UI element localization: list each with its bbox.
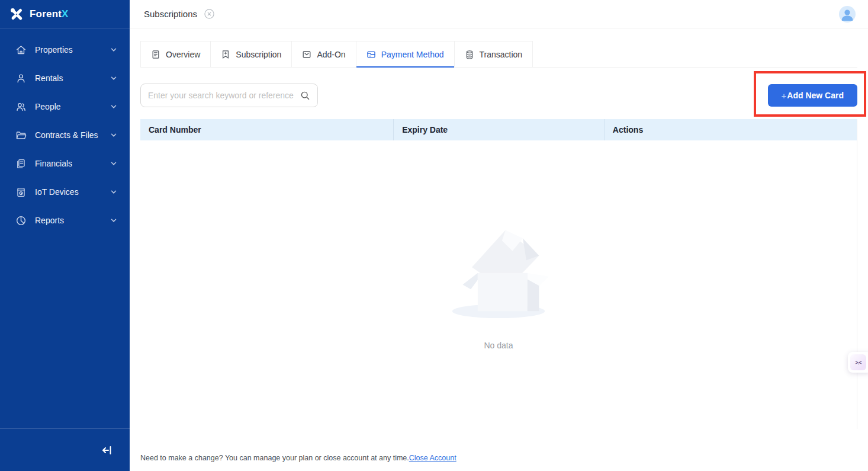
page-title: Subscriptions: [144, 9, 197, 19]
feedback-widget-button[interactable]: >.<: [848, 352, 868, 373]
nav-label: Rentals: [35, 73, 110, 83]
column-header-expiry-date: Expiry Date: [393, 119, 604, 140]
chevron-down-icon: [110, 159, 118, 168]
chevron-down-icon: [110, 188, 118, 196]
iot-device-icon: [15, 187, 27, 198]
tab-label: Transaction: [480, 50, 523, 59]
tab-subscription[interactable]: Subscription: [211, 41, 292, 67]
top-bar: Subscriptions: [130, 0, 868, 28]
search-input[interactable]: [148, 91, 300, 100]
nav-label: Reports: [35, 216, 110, 225]
nav-label: People: [35, 102, 110, 111]
file-text-icon: [151, 50, 160, 59]
tab-payment-method[interactable]: Payment Method: [356, 41, 455, 67]
sidebar-item-contracts-files[interactable]: Contracts & Files: [0, 121, 130, 149]
add-button-label: Add New Card: [787, 91, 844, 100]
tab-label: Add-On: [317, 50, 345, 59]
plan-footer: Need to make a change? You can manage yo…: [140, 454, 857, 462]
user-avatar[interactable]: [839, 6, 856, 23]
tab-overview[interactable]: Overview: [140, 41, 211, 67]
logo: ForentX: [0, 0, 130, 28]
chevron-down-icon: [110, 216, 118, 225]
column-header-card-number: Card Number: [140, 119, 393, 140]
tab-label: Payment Method: [381, 50, 444, 59]
sidebar-item-iot-devices[interactable]: IoT Devices: [0, 178, 130, 206]
bookmark-plus-icon: [221, 50, 230, 59]
mail-icon: [302, 50, 311, 59]
people-icon: [15, 101, 27, 113]
footer-text: Need to make a change? You can manage yo…: [140, 454, 409, 462]
tab-label: Overview: [166, 50, 200, 59]
table-empty-state: No data: [140, 140, 857, 429]
payment-card-icon: [367, 50, 376, 59]
search-box: [140, 84, 318, 107]
person-icon: [15, 73, 27, 84]
home-icon: [15, 44, 27, 56]
cards-table: Card Number Expiry Date Actions No data: [140, 119, 857, 429]
toolbar: +Add New Card: [140, 84, 857, 107]
tab-transaction[interactable]: Transaction: [455, 41, 533, 67]
nav-label: Properties: [35, 45, 110, 55]
add-card-wrap: +Add New Card: [768, 84, 857, 107]
sidebar-item-financials[interactable]: Financials: [0, 149, 130, 178]
close-tab-icon[interactable]: [204, 9, 214, 19]
collapse-sidebar-icon[interactable]: [101, 444, 114, 457]
column-header-actions: Actions: [604, 119, 857, 140]
chevron-down-icon: [110, 74, 118, 82]
sidebar-footer: [0, 428, 130, 471]
add-new-card-button[interactable]: +Add New Card: [768, 84, 857, 107]
kaomoji-face-icon: >.<: [850, 354, 866, 370]
pie-chart-icon: [15, 215, 27, 226]
content: Overview Subscription: [130, 28, 868, 471]
close-account-link[interactable]: Close Account: [409, 454, 456, 462]
tab-add-on[interactable]: Add-On: [292, 41, 356, 67]
sidebar-nav: Properties Rentals People: [0, 28, 130, 428]
tab-label: Subscription: [236, 50, 281, 59]
main-area: Subscriptions: [130, 0, 868, 471]
folder-icon: [15, 130, 27, 141]
no-data-text: No data: [484, 341, 513, 350]
coins-icon: [465, 50, 474, 59]
sidebar-item-properties[interactable]: Properties: [0, 36, 130, 64]
logo-text: ForentX: [30, 8, 69, 20]
search-icon[interactable]: [300, 91, 310, 101]
sidebar-item-people[interactable]: People: [0, 92, 130, 121]
sidebar-item-rentals[interactable]: Rentals: [0, 64, 130, 92]
chevron-down-icon: [110, 102, 118, 111]
table-header-row: Card Number Expiry Date Actions: [140, 119, 857, 140]
chevron-down-icon: [110, 131, 118, 139]
subscriptions-page-tab: Subscriptions: [144, 9, 214, 19]
chevron-down-icon: [110, 46, 118, 54]
documents-icon: [15, 158, 27, 169]
tab-bar: Overview Subscription: [140, 41, 857, 68]
forentx-logo-icon: [9, 7, 24, 21]
nav-label: Financials: [35, 159, 110, 168]
sidebar-item-reports[interactable]: Reports: [0, 206, 130, 235]
sidebar: ForentX Properties Rentals: [0, 0, 130, 471]
plus-glyph: +: [782, 91, 787, 101]
empty-box-illustration: [446, 220, 551, 319]
nav-label: IoT Devices: [35, 187, 110, 197]
nav-label: Contracts & Files: [35, 130, 110, 140]
